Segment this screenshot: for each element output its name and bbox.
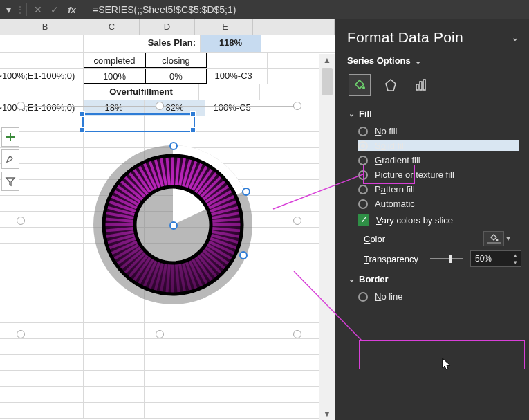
color-picker[interactable]: ▼ (483, 231, 504, 246)
border-section-header[interactable]: ⌄Border (349, 274, 519, 284)
column-headers: B C D E (0, 19, 335, 35)
svg-point-80 (496, 239, 499, 241)
fill-section: ⌄Fill No fill Solid fill Gradient fill P… (349, 109, 519, 267)
formula-input[interactable]: =SERIES(;;Sheet5!$C$5:$D$5;1) (87, 4, 529, 15)
col-header-c[interactable]: C (84, 19, 140, 35)
transparency-label: Transparency (364, 254, 430, 264)
spin-up-icon[interactable]: ▴ (511, 252, 519, 259)
svg-rect-77 (416, 84, 418, 90)
radio-no-line[interactable]: No line (358, 291, 519, 302)
resize-handle[interactable] (293, 102, 301, 110)
panel-title: Format Data Poin ⌄ (347, 29, 519, 46)
series-options-tab-icon[interactable] (411, 75, 431, 95)
chart-filters-icon[interactable] (1, 172, 19, 191)
datapoint-handle[interactable] (169, 221, 178, 230)
svg-marker-76 (386, 80, 396, 91)
radio-picture-fill[interactable]: Picture or texture fill (358, 170, 519, 180)
menu-dots-icon[interactable]: ⋮ (17, 1, 24, 18)
svg-rect-78 (420, 82, 422, 90)
chart-styles-icon[interactable] (1, 149, 19, 169)
datapoint-handle[interactable] (242, 188, 250, 196)
cell-D3[interactable]: 0% (145, 69, 207, 84)
cancel-formula-icon[interactable]: ✕ (30, 1, 46, 18)
accept-formula-icon[interactable]: ✓ (46, 1, 63, 18)
worksheet[interactable]: B C D E Sales Plan: 118% completed closi… (0, 19, 335, 420)
datapoint-handle[interactable] (169, 142, 178, 150)
cell-C2[interactable]: completed (84, 53, 145, 68)
transparency-control: Transparency 50% ▴ ▾ (364, 250, 519, 267)
svg-rect-79 (423, 80, 425, 90)
chart-elements-icon[interactable] (1, 127, 19, 147)
resize-handle[interactable] (17, 102, 25, 110)
border-section: ⌄Border No line (349, 274, 519, 302)
col-header-b[interactable]: B (6, 19, 84, 35)
radio-no-fill[interactable]: No fill (358, 126, 519, 136)
radio-pattern-fill[interactable]: Pattern fill (358, 184, 519, 194)
format-data-point-panel: Format Data Poin ⌄ Series Options⌄ ⌄Fill… (335, 19, 529, 420)
datapoint-handle[interactable] (239, 251, 248, 259)
resize-handle[interactable] (293, 217, 301, 225)
checkbox-vary-colors[interactable]: ✓Vary colors by slice (358, 214, 519, 226)
cell-C1D1[interactable]: Sales Plan: (84, 35, 201, 52)
transparency-slider[interactable] (430, 254, 463, 264)
svg-point-75 (362, 86, 365, 89)
fill-section-header[interactable]: ⌄Fill (349, 109, 519, 119)
cell-C3[interactable]: 100% (84, 69, 145, 84)
namebox-dropdown-icon[interactable]: ▾ (0, 1, 17, 18)
vertical-scrollbar[interactable]: ▲ ▼ (319, 54, 335, 420)
color-label: Color (364, 234, 385, 244)
resize-handle[interactable] (17, 330, 25, 338)
effects-tab-icon[interactable] (380, 75, 401, 95)
col-header-e[interactable]: E (195, 19, 253, 35)
spin-down-icon[interactable]: ▾ (511, 259, 519, 266)
scroll-thumb[interactable] (322, 68, 333, 95)
cell-D2[interactable]: closing (145, 53, 207, 68)
fx-icon[interactable]: fx (63, 5, 81, 15)
chevron-down-icon[interactable]: ▼ (505, 235, 512, 242)
col-header-d[interactable]: D (140, 19, 195, 35)
resize-handle[interactable] (156, 102, 164, 110)
radio-automatic-fill[interactable]: Automatic (358, 199, 519, 209)
fill-and-line-tab-icon[interactable] (349, 74, 371, 96)
scroll-up-icon[interactable]: ▲ (319, 54, 335, 66)
chart-side-tools (1, 127, 18, 194)
panel-options-dropdown-icon[interactable]: ⌄ (511, 32, 519, 43)
formula-bar: ▾ ⋮ ✕ ✓ fx =SERIES(;;Sheet5!$C$5:$D$5;1) (0, 0, 529, 20)
resize-handle[interactable] (156, 330, 164, 338)
cell-C4D4[interactable]: Overfulfillment (84, 84, 199, 100)
transparency-input[interactable]: 50% ▴ ▾ (470, 250, 521, 267)
resize-handle[interactable] (17, 217, 25, 225)
cell-E1[interactable]: 118% (201, 35, 261, 52)
series-options-dropdown[interactable]: Series Options⌄ (347, 55, 519, 66)
radio-gradient-fill[interactable]: Gradient fill (358, 155, 519, 165)
radio-solid-fill[interactable]: Solid fill (358, 140, 519, 151)
cell-E3[interactable]: =100%-C3 (207, 69, 268, 84)
scroll-down-icon[interactable]: ▼ (319, 408, 335, 420)
resize-handle[interactable] (293, 330, 301, 338)
cell-B3[interactable]: =IF(E1>100%;E1-100%;0) (0, 69, 84, 84)
chart-object[interactable] (21, 106, 297, 334)
